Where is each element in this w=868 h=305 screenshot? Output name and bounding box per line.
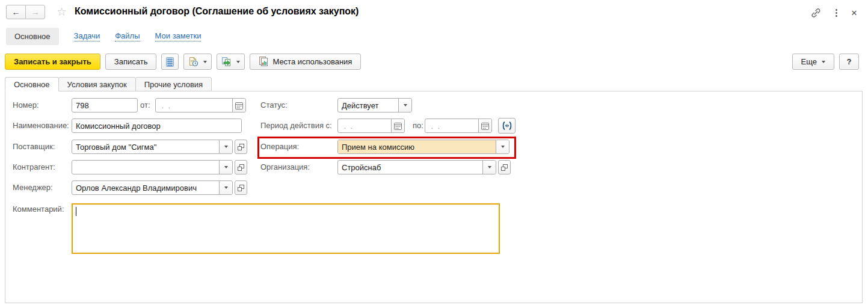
counterparty-field <box>72 160 233 174</box>
tab-other-terms[interactable]: Прочие условия <box>135 77 212 91</box>
manager-field <box>72 180 233 195</box>
supplier-input[interactable] <box>72 140 219 153</box>
save-label: Записать <box>114 57 148 66</box>
organization-label: Организация: <box>260 160 310 174</box>
tab-main[interactable]: Основное <box>5 77 59 91</box>
period-from-input[interactable] <box>338 119 391 132</box>
chevron-down-icon <box>224 146 228 148</box>
supplier-open-button[interactable] <box>235 140 247 154</box>
manager-label: Менеджер: <box>13 180 53 195</box>
supplier-field <box>72 140 233 154</box>
usage-places-label: Места использования <box>272 57 352 66</box>
counterparty-open-button[interactable] <box>235 160 247 174</box>
supplier-dropdown-button[interactable] <box>219 140 232 153</box>
number-input[interactable] <box>72 98 138 112</box>
section-nav: Основное Задачи Файлы Мои заметки <box>6 26 201 46</box>
manager-input[interactable] <box>72 181 219 194</box>
chevron-down-icon <box>501 146 505 148</box>
more-button[interactable]: Еще <box>792 54 834 70</box>
supplier-label: Поставщик: <box>13 140 55 154</box>
history-nav: ← → <box>6 5 45 19</box>
status-field <box>337 98 412 112</box>
help-button[interactable]: ? <box>839 54 859 70</box>
manager-dropdown-button[interactable] <box>219 181 232 194</box>
from-date-field <box>155 98 246 112</box>
comment-label: Комментарий: <box>13 202 64 217</box>
organization-dropdown-button[interactable] <box>482 161 496 174</box>
comment-textarea[interactable] <box>73 205 499 253</box>
more-label: Еще <box>801 57 817 66</box>
usage-places-icon <box>259 57 269 67</box>
chevron-down-icon <box>224 166 228 168</box>
period-from-field <box>337 119 405 133</box>
calendar-icon[interactable] <box>232 99 245 112</box>
dropdown-caret-icon <box>822 61 825 63</box>
number-label: Номер: <box>13 98 39 112</box>
organization-field <box>337 160 496 174</box>
period-to-input[interactable] <box>425 119 478 132</box>
period-select-icon <box>502 122 512 130</box>
nav-item-notes[interactable]: Мои заметки <box>155 31 202 42</box>
back-button[interactable]: ← <box>6 5 26 19</box>
manager-open-button[interactable] <box>235 180 247 195</box>
form-panel: Номер: от: Статус: Наименование: Период … <box>5 91 863 303</box>
operation-dropdown-button[interactable] <box>496 140 509 153</box>
status-dropdown-button[interactable] <box>398 99 411 112</box>
save-button[interactable]: Записать <box>105 54 157 70</box>
page-title: Комиссионный договор (Соглашение об усло… <box>75 6 359 17</box>
back-arrow-icon: ← <box>12 7 20 17</box>
organization-open-button[interactable] <box>498 160 511 174</box>
close-icon[interactable]: × <box>851 8 857 18</box>
chevron-down-icon <box>224 186 228 189</box>
operation-input[interactable] <box>338 140 496 153</box>
organization-input[interactable] <box>338 161 482 174</box>
form-tabs: Основное Условия закупок Прочие условия <box>5 77 211 91</box>
save-and-close-label: Записать и закрыть <box>14 57 91 66</box>
link-icon[interactable] <box>810 7 822 19</box>
from-date-label: от: <box>140 98 150 112</box>
create-based-on-button[interactable] <box>217 54 245 70</box>
dropdown-caret-icon <box>236 61 240 63</box>
open-form-icon <box>238 164 244 171</box>
period-to-field <box>425 119 492 133</box>
forward-button[interactable]: → <box>25 5 45 19</box>
favorite-star-icon[interactable]: ☆ <box>57 5 67 19</box>
app-window: ← → ☆ Комиссионный договор (Соглашение о… <box>0 0 868 305</box>
text-cursor <box>76 207 76 216</box>
list-structure-icon <box>166 57 174 67</box>
document-history-icon <box>188 57 199 67</box>
open-form-icon <box>238 144 244 150</box>
toolbar: Записать и закрыть Записать <box>5 54 361 70</box>
usage-places-button[interactable]: Места использования <box>250 54 361 70</box>
chevron-down-icon <box>488 166 491 168</box>
more-menu-kebab-icon[interactable] <box>833 8 840 17</box>
calendar-icon[interactable] <box>478 119 491 132</box>
toolbar-right: Еще ? <box>792 54 859 70</box>
nav-item-main[interactable]: Основное <box>6 28 59 45</box>
period-select-button[interactable] <box>498 118 516 134</box>
calendar-icon[interactable] <box>391 119 404 132</box>
period-from-label: Период действия с: <box>260 119 332 133</box>
window-controls: × <box>810 7 857 19</box>
period-to-label: по: <box>413 119 423 133</box>
tab-purchase-terms[interactable]: Условия закупок <box>58 77 136 91</box>
counterparty-input[interactable] <box>72 161 219 174</box>
dropdown-caret-icon <box>203 61 207 63</box>
from-date-input[interactable] <box>156 99 232 112</box>
chevron-down-icon <box>404 104 407 106</box>
open-form-icon <box>501 164 508 171</box>
status-label: Статус: <box>260 98 288 112</box>
name-input[interactable] <box>72 119 242 133</box>
open-form-icon <box>238 185 244 191</box>
forward-arrow-icon: → <box>31 7 40 17</box>
save-and-close-button[interactable]: Записать и закрыть <box>5 54 100 70</box>
change-history-button[interactable] <box>183 54 212 70</box>
nav-item-tasks[interactable]: Задачи <box>74 31 100 42</box>
nav-item-files[interactable]: Файлы <box>115 31 140 42</box>
help-label: ? <box>847 57 852 66</box>
counterparty-dropdown-button[interactable] <box>219 161 232 174</box>
status-input[interactable] <box>338 99 398 112</box>
structure-button[interactable] <box>161 54 179 70</box>
copy-forward-icon <box>221 57 232 67</box>
name-label: Наименование: <box>13 119 69 133</box>
